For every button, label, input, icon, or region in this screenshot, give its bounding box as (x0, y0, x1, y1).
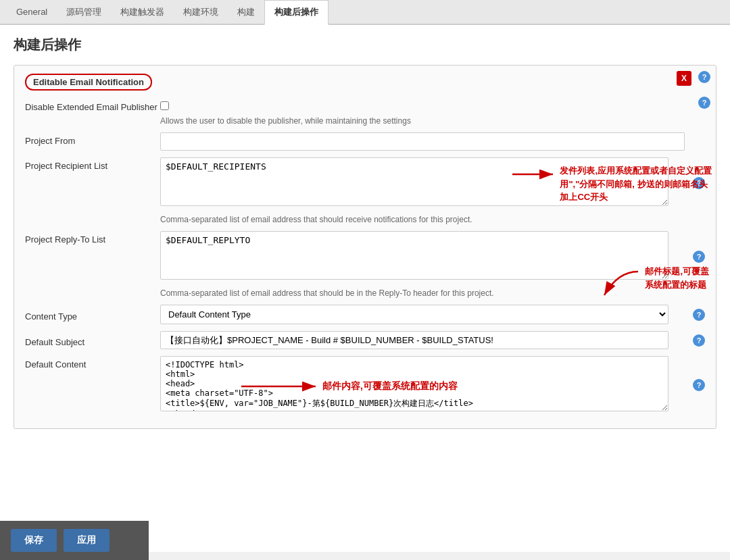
content-type-label: Content Type (25, 308, 160, 322)
disable-hint: Allows the user to disable the publisher… (160, 116, 705, 126)
project-from-row: Project From (25, 132, 705, 151)
tab-general[interactable]: General (7, 1, 57, 24)
reply-to-wrap (160, 231, 689, 282)
disable-help-icon[interactable]: ? (698, 97, 710, 109)
close-button[interactable]: X (677, 71, 691, 86)
default-subject-label: Default Subject (25, 334, 160, 347)
recipient-hint: Comma-separated list of email address th… (160, 215, 705, 224)
project-from-label: Project From (25, 132, 160, 146)
default-subject-row: Default Subject ? (25, 331, 705, 349)
default-content-row: Default Content ? (25, 356, 705, 413)
default-subject-wrap (160, 331, 689, 349)
reply-to-hint: Comma-separated list of email address th… (160, 288, 705, 298)
tabs-bar: General 源码管理 构建触发器 构建环境 构建 构建后操作 (0, 0, 730, 25)
tab-triggers[interactable]: 构建触发器 (111, 1, 174, 25)
apply-button[interactable]: 应用 (64, 529, 110, 552)
page-title: 构建后操作 (14, 36, 716, 54)
content-type-select[interactable]: Default Content Type HTML Plain Text Bot… (160, 305, 668, 324)
block-header: Editable Email Notification (25, 74, 705, 91)
save-button[interactable]: 保存 (11, 529, 57, 552)
disable-checkbox[interactable] (160, 101, 169, 110)
recipient-textarea[interactable] (160, 157, 668, 206)
content-type-help-icon[interactable]: ? (693, 309, 705, 321)
default-content-textarea[interactable] (160, 356, 668, 411)
content-type-wrap: Default Content Type HTML Plain Text Bot… (160, 305, 689, 324)
reply-to-textarea[interactable] (160, 231, 668, 280)
default-content-help-icon[interactable]: ? (693, 379, 705, 391)
project-from-input[interactable] (160, 132, 685, 151)
recipient-wrap (160, 157, 689, 208)
default-subject-help-icon[interactable]: ? (693, 334, 705, 347)
block-title: Editable Email Notification (25, 74, 152, 91)
tab-env[interactable]: 构建环境 (174, 1, 228, 25)
tab-post-build[interactable]: 构建后操作 (264, 0, 328, 25)
reply-to-help-icon[interactable]: ? (693, 251, 705, 263)
default-content-label: Default Content (25, 356, 160, 370)
main-content: 构建后操作 Editable Email Notification X ? Di… (0, 25, 730, 552)
bottom-buttons: 保存 应用 (0, 521, 149, 552)
project-from-wrap (160, 132, 705, 151)
notification-block: Editable Email Notification X ? Disable … (14, 65, 716, 429)
reply-to-label: Project Reply-To List (25, 231, 160, 245)
block-help-icon[interactable]: ? (698, 71, 710, 83)
recipient-help-icon[interactable]: ? (693, 177, 705, 189)
disable-label: Disable Extended Email Publisher (25, 99, 160, 112)
content-type-row: Content Type Default Content Type HTML P… (25, 305, 705, 324)
tab-build[interactable]: 构建 (228, 1, 264, 25)
recipient-label: Project Recipient List (25, 157, 160, 171)
default-subject-input[interactable] (160, 331, 668, 349)
tab-source[interactable]: 源码管理 (57, 1, 111, 25)
recipient-row: Project Recipient List ? (25, 157, 705, 208)
reply-to-row: Project Reply-To List ? (25, 231, 705, 282)
default-content-wrap (160, 356, 689, 413)
